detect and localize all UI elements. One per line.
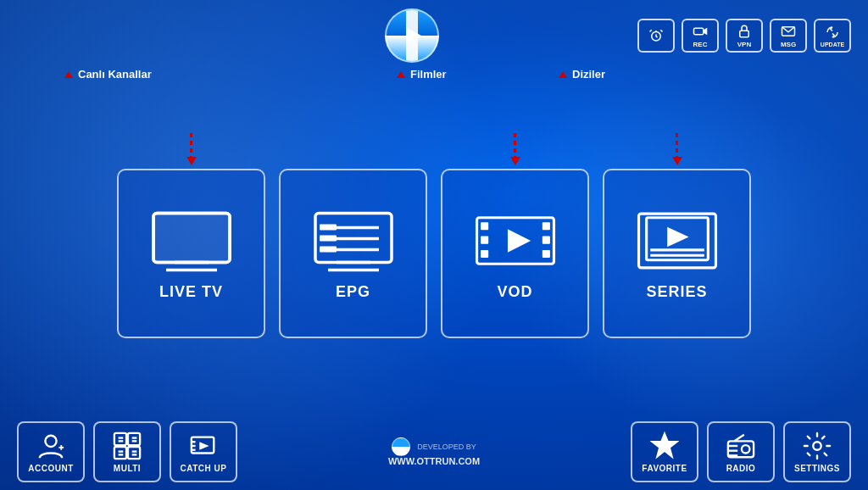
svg-rect-2: [740, 31, 749, 37]
svg-rect-36: [128, 446, 140, 458]
svg-rect-34: [128, 432, 140, 444]
arrow-up-icon: [397, 71, 405, 78]
multi-button[interactable]: MULTI: [93, 421, 161, 482]
svg-marker-24: [507, 229, 530, 252]
app-logo: [385, 8, 439, 63]
series-icon: [635, 207, 720, 275]
svg-rect-22: [542, 236, 549, 243]
developed-by-text: DEVELOPED BY: [417, 443, 476, 451]
tooltip-vod: Filmler: [397, 68, 447, 81]
live-tv-label: LIVE TV: [159, 283, 223, 301]
svg-rect-16: [320, 246, 337, 252]
vod-arrow: [510, 133, 520, 165]
radio-label: RADIO: [726, 464, 756, 473]
svg-point-30: [45, 435, 56, 446]
radio-button[interactable]: RADIO: [707, 421, 775, 482]
svg-point-57: [813, 442, 821, 449]
settings-button[interactable]: SETTINGS: [783, 421, 851, 482]
svg-marker-29: [667, 226, 688, 247]
svg-rect-20: [481, 249, 488, 257]
rec-button[interactable]: REC: [682, 19, 719, 53]
svg-marker-46: [199, 442, 209, 449]
favorite-button[interactable]: FAVORITE: [631, 421, 698, 482]
dev-url: WWW.OTTRUN.COM: [388, 456, 480, 466]
live-tv-icon: [149, 207, 234, 275]
alarm-button[interactable]: [637, 19, 675, 53]
tooltip-row: Canlı Kanallar Filmler Diziler: [0, 68, 868, 93]
vpn-button[interactable]: VPN: [726, 19, 763, 53]
msg-button[interactable]: MSG: [770, 19, 807, 53]
main-menu: LIVE TV EPG: [0, 93, 868, 414]
epg-icon: [311, 207, 396, 275]
vod-label: VOD: [497, 283, 532, 301]
epg-label: EPG: [336, 283, 370, 301]
svg-rect-7: [153, 213, 230, 262]
account-button[interactable]: ACCOUNT: [17, 421, 85, 482]
live-tv-arrow: [186, 133, 197, 165]
header: REC VPN MSG: [0, 0, 868, 68]
multi-label: MULTI: [114, 464, 141, 473]
svg-rect-23: [542, 249, 549, 257]
footer-center: DEVELOPED BY WWW.OTTRUN.COM: [388, 437, 480, 466]
play-icon: [406, 27, 421, 44]
footer: ACCOUNT M: [0, 414, 868, 490]
svg-rect-1: [694, 28, 704, 35]
arrow-up-icon: [559, 71, 567, 78]
svg-point-52: [742, 445, 749, 453]
series-card[interactable]: SERIES: [603, 169, 751, 338]
catchup-label: CATCH UP: [181, 464, 227, 473]
settings-label: SETTINGS: [794, 464, 840, 473]
svg-rect-19: [481, 236, 488, 243]
footer-right: FAVORITE RADIO S: [631, 421, 851, 482]
series-label: SERIES: [646, 283, 707, 301]
update-button[interactable]: UPDATE: [814, 19, 851, 53]
header-icons: REC VPN MSG: [637, 19, 851, 53]
tooltip-live-tv: Canlı Kanallar: [64, 68, 152, 81]
epg-card[interactable]: EPG: [279, 169, 427, 338]
live-tv-card[interactable]: LIVE TV: [117, 169, 265, 338]
logo-center: [385, 8, 439, 63]
arrow-up-icon: [64, 71, 73, 78]
svg-rect-35: [114, 446, 126, 458]
catchup-button[interactable]: CATCH UP: [170, 421, 237, 482]
tooltip-series: Diziler: [559, 68, 605, 81]
svg-rect-33: [114, 432, 126, 444]
svg-rect-21: [542, 222, 549, 230]
series-arrow: [672, 133, 682, 165]
favorite-label: FAVORITE: [642, 464, 687, 473]
svg-rect-18: [481, 222, 488, 230]
vod-card[interactable]: VOD: [441, 169, 589, 338]
vod-icon: [473, 207, 558, 275]
dev-logo: [392, 437, 410, 456]
svg-rect-15: [320, 235, 337, 241]
footer-left: ACCOUNT M: [17, 421, 237, 482]
svg-rect-14: [320, 224, 337, 230]
account-label: ACCOUNT: [28, 464, 74, 473]
svg-marker-50: [653, 433, 676, 455]
